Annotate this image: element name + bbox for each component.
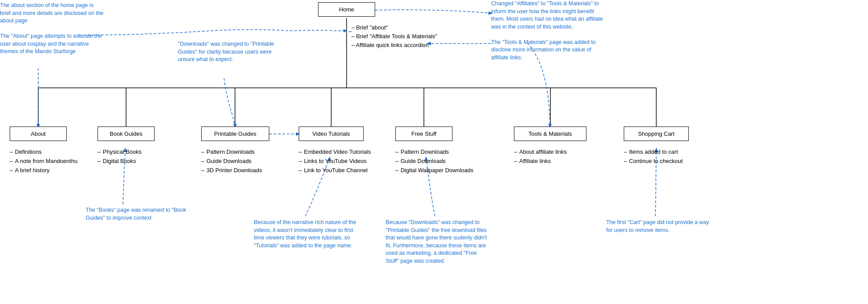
- about-annotation: The about section of the home page is br…: [0, 2, 105, 56]
- about-ann-text1: The about section of the home page is br…: [0, 2, 104, 24]
- cart-list-item-2: Continue to checkout: [624, 158, 683, 164]
- free-stuff-annotation: Because "Downloads" was changed to "Prin…: [386, 219, 491, 265]
- tools-annotation: Changed "Affiliates" to "Tools & Materia…: [491, 0, 605, 62]
- book-guides-list: Physical Books Digital Books: [98, 148, 141, 167]
- book-guides-list-item-1: Physical Books: [98, 148, 141, 155]
- video-tutorials-list-item-1: Embedded Video Tutorials: [299, 148, 371, 155]
- home-item-2: – Brief "Affiliate Tools & Materials": [351, 33, 437, 40]
- sitemap-diagram: Home About Book Guides Printable Guides …: [0, 0, 868, 304]
- printable-guides-list-item-1: Pattern Downloads: [201, 148, 262, 155]
- about-list-item-2: A note from Mandoenthu: [10, 158, 77, 164]
- cart-list-item-1: Items added to cart: [624, 148, 683, 155]
- cart-ann-text: The first "Cart" page did not provide a …: [606, 219, 709, 233]
- home-node: Home: [318, 2, 375, 17]
- about-list-item-1: Definitions: [10, 148, 77, 155]
- free-stuff-list-item-2: Guide Downloads: [395, 158, 474, 164]
- tools-materials-node: Tools & Materials: [514, 127, 586, 141]
- downloads-annotation: "Downloads" was changed to "Printable Gu…: [178, 40, 283, 64]
- video-tutorials-node: Video Tutorials: [299, 127, 364, 141]
- cart-annotation: The first "Cart" page did not provide a …: [606, 219, 712, 234]
- printable-guides-node: Printable Guides: [201, 127, 269, 141]
- books-ann-text: The "Books" page was renamed to "Book Gu…: [86, 207, 186, 221]
- about-list-item-3: A brief history: [10, 167, 77, 174]
- tools-ann-text2: The "Tools & Materials" page was added t…: [491, 39, 596, 61]
- free-stuff-list-item-3: Digital Wallpaper Downloads: [395, 167, 474, 174]
- home-item-1: – Brief "about": [351, 24, 437, 31]
- cart-list: Items added to cart Continue to checkout: [624, 148, 683, 167]
- tools-list: About affiliate links Affiliate links: [514, 148, 567, 167]
- books-annotation: The "Books" page was renamed to "Book Gu…: [86, 206, 187, 222]
- free-stuff-list: Pattern Downloads Guide Downloads Digita…: [395, 148, 474, 176]
- printable-guides-list-item-2: Guide Downloads: [201, 158, 262, 164]
- free-stuff-list-item-1: Pattern Downloads: [395, 148, 474, 155]
- home-items-list: – Brief "about" – Brief "Affiliate Tools…: [351, 24, 437, 48]
- downloads-ann-text: "Downloads" was changed to "Printable Gu…: [178, 41, 274, 62]
- tools-list-item-1: About affiliate links: [514, 148, 567, 155]
- video-tutorials-list-item-3: Link to YouTube Channel: [299, 167, 371, 174]
- about-ann-text2: The "About" page attempts to educate the…: [0, 33, 102, 54]
- book-guides-list-item-2: Digital Books: [98, 158, 141, 164]
- video-tutorials-list-item-2: Links to YouTube Videos: [299, 158, 371, 164]
- video-ann-text: Because of the narrative rich nature of …: [254, 219, 356, 249]
- video-annotation: Because of the narrative rich nature of …: [254, 219, 359, 250]
- about-node: About: [10, 127, 67, 141]
- free-stuff-ann-text: Because "Downloads" was changed to "Prin…: [386, 219, 487, 264]
- home-item-3: – Affiliate quick links accordion: [351, 42, 437, 48]
- about-list: Definitions A note from Mandoenthu A bri…: [10, 148, 77, 176]
- free-stuff-node: Free Stuff: [395, 127, 452, 141]
- video-tutorials-list: Embedded Video Tutorials Links to YouTub…: [299, 148, 371, 176]
- printable-guides-list: Pattern Downloads Guide Downloads 3D Pri…: [201, 148, 262, 176]
- shopping-cart-node: Shopping Cart: [624, 127, 689, 141]
- tools-list-item-2: Affiliate links: [514, 158, 567, 164]
- book-guides-node: Book Guides: [98, 127, 155, 141]
- printable-guides-list-item-3: 3D Printer Downloads: [201, 167, 262, 174]
- tools-ann-text1: Changed "Affiliates" to "Tools & Materia…: [491, 0, 603, 30]
- svg-marker-9: [344, 29, 347, 33]
